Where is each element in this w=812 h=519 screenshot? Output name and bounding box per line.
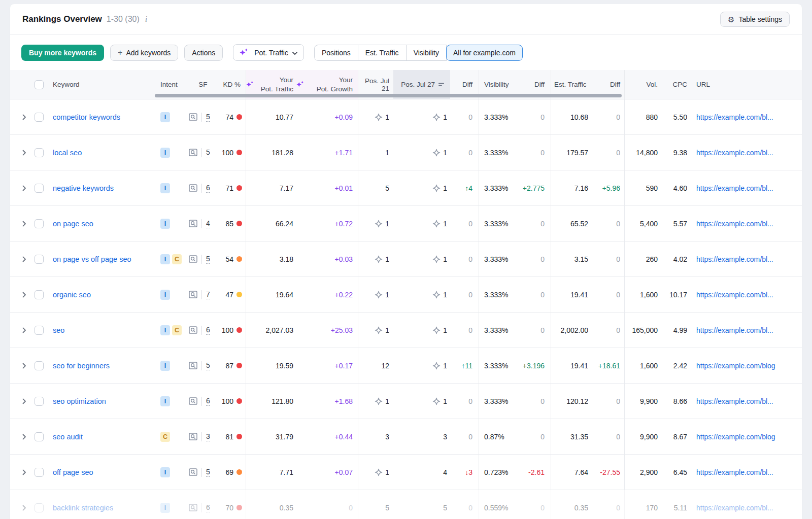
url-link[interactable]: https://example.com/bl... [696, 220, 800, 228]
row-checkbox[interactable] [35, 148, 44, 157]
tab-est-traffic[interactable]: Est. Traffic [358, 45, 407, 61]
keyword-link[interactable]: seo [53, 326, 64, 334]
pos-jul27-value: 1 [393, 99, 450, 134]
row-checkbox[interactable] [35, 361, 44, 370]
url-link[interactable]: https://example.com/bl... [696, 184, 800, 192]
row-checkbox[interactable] [35, 397, 44, 406]
sf-count[interactable]: 5 [206, 255, 210, 264]
intent-badges: I [156, 170, 188, 205]
keyword-link[interactable]: on page vs off page seo [53, 255, 131, 263]
url-link[interactable]: https://example.com/blog [696, 362, 800, 370]
serp-features-icon[interactable] [189, 362, 197, 369]
sf-count[interactable]: 5 [206, 361, 210, 370]
serp-features-icon[interactable] [189, 220, 197, 227]
diff-zero: 0 [540, 504, 545, 512]
row-checkbox[interactable] [35, 503, 44, 512]
sf-count[interactable]: 6 [206, 397, 210, 406]
url-link[interactable]: https://example.com/bl... [696, 326, 800, 334]
keyword-link[interactable]: seo for beginners [53, 362, 110, 370]
serp-features-icon[interactable] [189, 433, 197, 440]
expand-row-icon[interactable] [22, 398, 26, 404]
expand-row-icon[interactable] [22, 114, 26, 120]
select-all-checkbox[interactable] [35, 80, 44, 89]
sf-count[interactable]: 6 [206, 184, 210, 193]
keyword-link[interactable]: on page seo [53, 220, 93, 228]
actions-button[interactable]: Actions [184, 45, 223, 61]
row-checkbox[interactable] [35, 219, 44, 228]
row-checkbox[interactable] [35, 255, 44, 264]
expand-row-icon[interactable] [22, 327, 26, 333]
sf-count[interactable]: 3 [206, 432, 210, 441]
table-row: seo optimization I 6 100 121.80 +1.68 1 … [10, 384, 802, 419]
sf-count[interactable]: 4 [206, 219, 210, 228]
serp-features-icon[interactable] [189, 468, 197, 476]
expand-row-icon[interactable] [22, 363, 26, 369]
metric-dropdown[interactable]: Pot. Traffic [233, 44, 304, 61]
sf-count[interactable]: 5 [206, 468, 210, 477]
expand-row-icon[interactable] [22, 292, 26, 298]
keyword-link[interactable]: off page seo [53, 468, 93, 476]
tab-visibility[interactable]: Visibility [406, 45, 447, 61]
pot-growth-number: +0.44 [335, 433, 353, 441]
serp-features-icon[interactable] [189, 184, 197, 192]
expand-row-icon[interactable] [22, 469, 26, 475]
column-header-url[interactable]: URL [689, 70, 802, 99]
est-traffic-diff-value: 0 [592, 313, 624, 348]
serp-features-icon[interactable] [189, 291, 197, 298]
sf-count[interactable]: 6 [206, 326, 210, 335]
serp-feature-position-icon [375, 397, 383, 405]
url-link[interactable]: https://example.com/bl... [696, 504, 800, 512]
expand-row-icon[interactable] [22, 434, 26, 440]
url-link[interactable]: https://example.com/bl... [696, 255, 800, 263]
info-icon[interactable]: i [144, 15, 148, 24]
row-checkbox[interactable] [35, 290, 44, 299]
buy-more-keywords-button[interactable]: Buy more keywords [21, 45, 104, 61]
url-link[interactable]: https://example.com/bl... [696, 149, 800, 157]
url-link[interactable]: https://example.com/bl... [696, 113, 800, 121]
horizontal-scrollbar[interactable] [155, 94, 622, 97]
tab-positions[interactable]: Positions [314, 45, 358, 61]
position-number: 1 [443, 184, 447, 192]
diff-zero: 0 [540, 220, 545, 228]
expand-row-icon[interactable] [22, 256, 26, 262]
sf-count[interactable]: 5 [206, 113, 210, 122]
keyword-link[interactable]: backlink strategies [53, 504, 113, 512]
divider [201, 326, 202, 335]
keyword-link[interactable]: seo optimization [53, 397, 106, 405]
serp-features-icon[interactable] [189, 255, 197, 263]
row-checkbox[interactable] [35, 326, 44, 335]
visibility-diff-value: 0 [517, 313, 551, 348]
column-header-volume[interactable]: Vol. [624, 70, 660, 99]
keyword-link[interactable]: organic seo [53, 291, 91, 299]
sf-count[interactable]: 7 [206, 290, 210, 299]
serp-features-icon[interactable] [189, 326, 197, 334]
visibility-value: 3.333% [479, 384, 517, 419]
url-link[interactable]: https://example.com/bl... [696, 397, 800, 405]
keyword-link[interactable]: local seo [53, 149, 82, 157]
expand-row-icon[interactable] [22, 185, 26, 191]
url-link[interactable]: https://example.com/bl... [696, 291, 800, 299]
expand-row-icon[interactable] [22, 505, 26, 511]
serp-features-icon[interactable] [189, 504, 197, 511]
serp-features-icon[interactable] [189, 397, 197, 405]
url-link[interactable]: https://example.com/blog [696, 433, 800, 441]
column-header-cpc[interactable]: CPC [660, 70, 689, 99]
serp-features-icon[interactable] [189, 113, 197, 121]
row-checkbox[interactable] [35, 468, 44, 477]
expand-row-icon[interactable] [22, 221, 26, 227]
tab-all-for-domain[interactable]: All for example.com [446, 45, 523, 61]
keyword-link[interactable]: seo audit [53, 433, 83, 441]
expand-row-icon[interactable] [22, 150, 26, 156]
row-checkbox[interactable] [35, 184, 44, 193]
row-checkbox[interactable] [35, 432, 44, 441]
keyword-link[interactable]: negative keywords [53, 184, 114, 192]
add-keywords-button[interactable]: + Add keywords [110, 45, 178, 61]
row-checkbox[interactable] [35, 113, 44, 122]
sf-count[interactable]: 5 [206, 148, 210, 157]
column-header-keyword[interactable]: Keyword [49, 70, 156, 99]
serp-features-icon[interactable] [189, 149, 197, 156]
keyword-link[interactable]: competitor keywords [53, 113, 120, 121]
table-settings-button[interactable]: ⚙ Table settings [720, 12, 790, 27]
url-link[interactable]: https://example.com/bl... [696, 468, 800, 476]
sf-count[interactable]: 6 [206, 503, 210, 512]
